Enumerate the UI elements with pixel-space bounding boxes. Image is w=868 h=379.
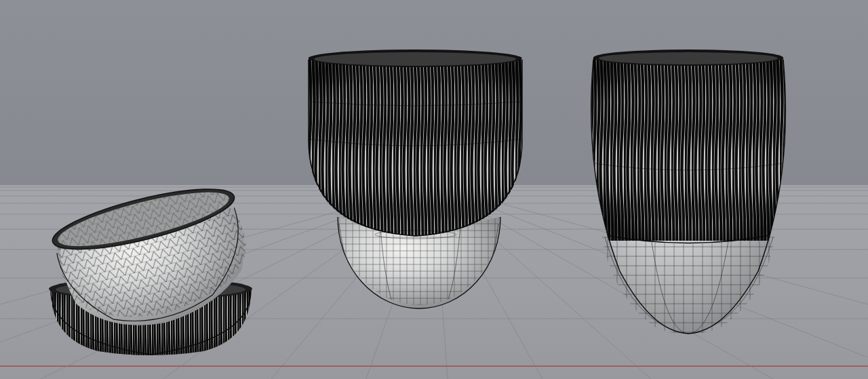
render-canvas: [0, 0, 868, 379]
viewport-3d[interactable]: [0, 0, 868, 379]
svg-point-45: [599, 52, 778, 64]
svg-rect-43: [580, 47, 804, 241]
svg-point-37: [314, 52, 516, 66]
